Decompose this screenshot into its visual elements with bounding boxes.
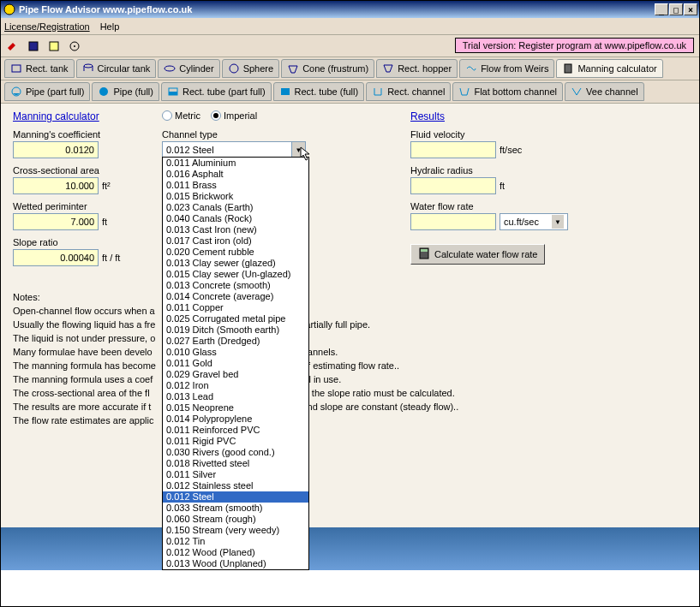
dropdown-option[interactable]: 0.015 Brickwork	[163, 191, 308, 202]
tab-rect-hopper[interactable]: Rect. hopper	[376, 59, 458, 78]
tab-vee-channel[interactable]: Vee channel	[565, 82, 644, 101]
radius-output	[410, 177, 496, 194]
tool-note-icon[interactable]	[45, 38, 63, 55]
channel-dropdown-list[interactable]: 0.011 Aluminium0.016 Asphalt0.011 Brass0…	[162, 157, 309, 570]
dropdown-option[interactable]: 0.030 Rivers (good cond.)	[163, 447, 308, 458]
dropdown-option[interactable]: 0.012 Wood (Planed)	[163, 547, 308, 558]
svg-rect-16	[281, 88, 290, 95]
dropdown-option[interactable]: 0.012 Steel	[163, 491, 308, 503]
menu-license[interactable]: License/Registration	[4, 21, 90, 32]
dropdown-option[interactable]: 0.020 Cement rubble	[163, 247, 308, 258]
dropdown-option[interactable]: 0.011 Brass	[163, 180, 308, 191]
dropdown-option[interactable]: 0.012 Tin	[163, 536, 308, 547]
svg-rect-2	[50, 42, 58, 51]
dropdown-option[interactable]: 0.040 Canals (Rock)	[163, 213, 308, 224]
area-label: Cross-sectional area	[13, 165, 150, 176]
tool-book-icon[interactable]	[25, 38, 42, 55]
dropdown-option[interactable]: 0.017 Cast iron (old)	[163, 235, 308, 247]
svg-rect-5	[12, 65, 21, 72]
slope-input[interactable]	[13, 249, 99, 266]
tab-cylinder[interactable]: Cylinder	[158, 59, 219, 78]
maximize-button[interactable]: □	[669, 3, 683, 15]
dropdown-option[interactable]: 0.014 Polypropylene	[163, 414, 308, 425]
dropdown-option[interactable]: 0.013 Lead	[163, 391, 308, 402]
dropdown-option[interactable]: 0.016 Asphalt	[163, 169, 308, 180]
wetted-unit: ft	[102, 217, 107, 227]
rect-tube-part-icon	[167, 86, 179, 98]
coef-label: Manning's coefficient	[13, 129, 150, 140]
tab-rect-channel[interactable]: Rect. channel	[366, 82, 451, 101]
pipe-part-icon	[10, 86, 22, 98]
tab-circular-tank[interactable]: Circular tank	[76, 59, 157, 78]
tab-rect-tank[interactable]: Rect. tank	[4, 59, 75, 78]
dropdown-option[interactable]: 0.025 Corrugated metal pipe	[163, 313, 308, 324]
tool-key-icon[interactable]	[4, 38, 21, 55]
svg-point-13	[99, 87, 108, 96]
coef-input[interactable]	[13, 141, 99, 158]
tab-pipe-part-full[interactable]: Pipe (part full)	[4, 82, 90, 101]
tab-sphere[interactable]: Sphere	[222, 59, 279, 78]
dropdown-option[interactable]: 0.015 Neoprene	[163, 402, 308, 414]
dropdown-option[interactable]: 0.150 Stream (very weedy)	[163, 525, 308, 536]
velocity-unit: ft/sec	[500, 145, 522, 155]
wetted-input[interactable]	[13, 213, 99, 230]
dropdown-option[interactable]: 0.012 Iron	[163, 380, 308, 391]
dropdown-option[interactable]: 0.013 Concrete (smooth)	[163, 280, 308, 291]
area-input[interactable]	[13, 177, 99, 194]
dropdown-option[interactable]: 0.060 Stream (rough)	[163, 514, 308, 525]
tab-pipe-full[interactable]: Pipe (full)	[92, 82, 159, 101]
dropdown-option[interactable]: 0.011 Silver	[163, 469, 308, 480]
dropdown-option[interactable]: 0.027 Earth (Dredged)	[163, 336, 308, 347]
dropdown-option[interactable]: 0.023 Canals (Earth)	[163, 202, 308, 213]
dropdown-option[interactable]: 0.014 Concrete (average)	[163, 291, 308, 302]
weir-icon	[465, 62, 477, 74]
close-button[interactable]: ×	[684, 3, 697, 15]
dropdown-option[interactable]: 0.012 Stainless steel	[163, 480, 308, 491]
flow-unit-select[interactable]: cu.ft/sec ▼	[500, 213, 568, 230]
dropdown-option[interactable]: 0.013 Clay sewer (glazed)	[163, 258, 308, 269]
dropdown-option[interactable]: 0.011 Gold	[163, 358, 308, 369]
tool-target-icon[interactable]	[66, 38, 83, 55]
minimize-button[interactable]: _	[655, 3, 668, 15]
calculate-button[interactable]: Calculate water flow rate	[410, 244, 545, 265]
tab-flow-weirs[interactable]: Flow from Weirs	[459, 59, 554, 78]
flat-channel-icon	[458, 86, 470, 98]
dropdown-option[interactable]: 0.010 Glass	[163, 347, 308, 358]
menu-help[interactable]: Help	[100, 21, 120, 32]
chevron-down-icon: ▼	[291, 142, 305, 158]
tab-row-1: Rect. tank Circular tank Cylinder Sphere…	[1, 57, 699, 80]
dropdown-option[interactable]: 0.018 Rivetted steel	[163, 458, 308, 469]
velocity-label: Fluid velocity	[410, 129, 599, 140]
tab-flat-bottom-channel[interactable]: Flat bottom channel	[452, 82, 563, 101]
slope-unit: ft / ft	[102, 253, 120, 263]
tab-rect-tube-part[interactable]: Rect. tube (part full)	[161, 82, 272, 101]
trial-banner: Trial version: Register program at www.p…	[455, 38, 694, 53]
radio-metric[interactable]: Metric	[162, 110, 200, 121]
dropdown-option[interactable]: 0.033 Stream (smooth)	[163, 503, 308, 514]
dropdown-option[interactable]: 0.011 Rigid PVC	[163, 436, 308, 447]
tab-rect-tube-full[interactable]: Rect. tube (full)	[273, 82, 365, 101]
dropdown-option[interactable]: 0.011 Copper	[163, 302, 308, 313]
dropdown-option[interactable]: 0.011 Reinforced PVC	[163, 425, 308, 436]
tab-cone[interactable]: Cone (frustrum)	[281, 59, 374, 78]
dropdown-option[interactable]: 0.015 Clay sewer (Un-glazed)	[163, 269, 308, 280]
radio-imperial[interactable]: Imperial	[211, 110, 257, 121]
dropdown-option[interactable]: 0.013 Wood (Unplaned)	[163, 558, 308, 569]
dropdown-option[interactable]: 0.019 Ditch (Smooth earth)	[163, 324, 308, 336]
dropdown-option[interactable]: 0.013 Cast Iron (new)	[163, 224, 308, 235]
content-area: Manning calculator Manning's coefficient…	[1, 104, 699, 570]
svg-rect-1	[29, 42, 38, 51]
area-unit: ft²	[102, 181, 111, 191]
tab-manning-calculator[interactable]: Manning calculator	[556, 59, 662, 78]
svg-rect-18	[421, 249, 428, 252]
svg-point-6	[84, 64, 93, 68]
dropdown-option[interactable]: 0.029 Gravel bed	[163, 369, 308, 380]
wetted-label: Wetted periminter	[13, 201, 150, 211]
channel-type-label: Channel type	[162, 129, 333, 140]
dropdown-option[interactable]: 0.011 Aluminium	[163, 158, 308, 169]
app-icon	[3, 3, 16, 16]
combo-value: 0.012 Steel	[163, 145, 291, 155]
hopper-icon	[382, 62, 394, 74]
channel-type-combo[interactable]: 0.012 Steel ▼	[162, 141, 306, 158]
calculator-icon	[418, 247, 430, 261]
